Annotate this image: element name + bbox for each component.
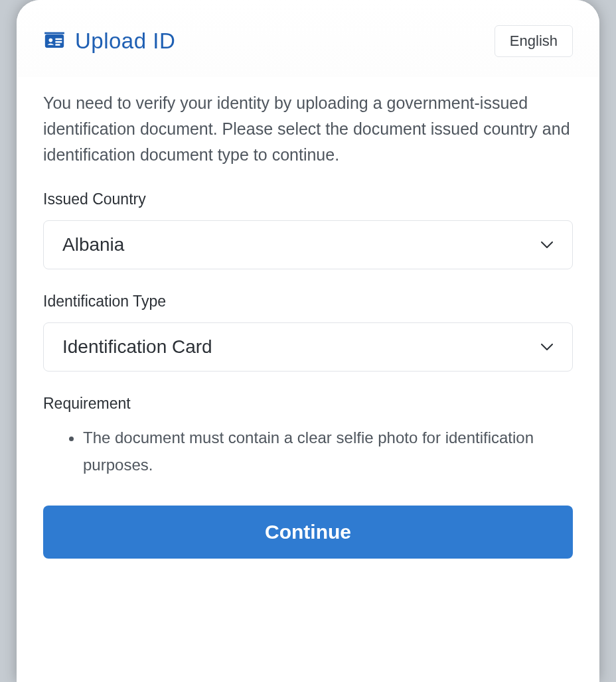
svg-rect-1	[44, 33, 64, 34]
language-select-button[interactable]: English	[495, 25, 573, 57]
issued-country-value: Albania	[62, 234, 124, 255]
identification-type-label: Identification Type	[43, 293, 573, 310]
svg-point-2	[49, 38, 53, 42]
page-title: Upload ID	[75, 29, 175, 54]
requirement-list: The document must contain a clear selfie…	[43, 425, 573, 479]
requirement-item: The document must contain a clear selfie…	[83, 425, 573, 479]
svg-rect-3	[55, 38, 62, 40]
chevron-down-icon	[540, 340, 554, 354]
issued-country-label: Issued Country	[43, 190, 573, 208]
svg-rect-4	[55, 41, 62, 43]
content: You need to verify your identity by uplo…	[17, 77, 599, 585]
upload-id-screen: Upload ID English You need to verify you…	[17, 0, 599, 682]
requirement-label: Requirement	[43, 395, 573, 413]
intro-text: You need to verify your identity by uplo…	[43, 90, 573, 167]
id-card-icon	[43, 30, 66, 52]
issued-country-select[interactable]: Albania	[43, 220, 573, 269]
svg-rect-5	[55, 44, 60, 46]
continue-button[interactable]: Continue	[43, 506, 573, 559]
identification-type-select[interactable]: Identification Card	[43, 322, 573, 372]
header: Upload ID English	[17, 0, 599, 77]
title-group: Upload ID	[43, 29, 175, 54]
identification-type-value: Identification Card	[62, 336, 212, 358]
chevron-down-icon	[540, 238, 554, 251]
